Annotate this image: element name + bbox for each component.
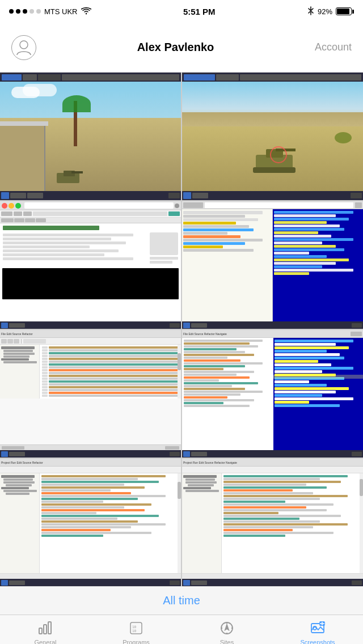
signal-dot-4 — [29, 9, 34, 14]
screenshots-grid: File Edit Source Refactor — [0, 73, 363, 586]
signal-dot-5 — [36, 9, 41, 14]
carrier-name: MTS UKR — [44, 7, 78, 16]
all-time-bar[interactable]: All time — [0, 586, 363, 615]
bluetooth-icon — [307, 6, 314, 17]
svg-point-0 — [20, 41, 28, 49]
signal-dot-1 — [9, 9, 14, 14]
tab-programs-label: Programs — [123, 639, 150, 644]
binary-icon: 10 10 — [128, 620, 145, 637]
svg-rect-3 — [48, 622, 51, 634]
screenshot-1[interactable] — [0, 73, 181, 200]
svg-text:10: 10 — [132, 629, 137, 633]
status-bar: MTS UKR 5:51 PM 92% — [0, 0, 363, 23]
tab-programs[interactable]: 10 10 Programs — [91, 620, 182, 644]
page-title: Alex Pavlenko — [137, 41, 214, 54]
signal-dot-3 — [23, 9, 27, 14]
tab-sites[interactable]: Sites — [182, 620, 272, 644]
screenshot-3[interactable] — [0, 201, 181, 329]
screenshot-7[interactable]: Project Run Edit Source Refactor — [0, 459, 181, 586]
screenshot-6[interactable]: File Edit Source Refactor Navigate — [182, 330, 363, 457]
screenshot-4[interactable] — [182, 201, 363, 329]
tab-general[interactable]: General — [0, 620, 91, 644]
account-button[interactable]: Account — [315, 41, 352, 53]
screenshot-2[interactable] — [182, 73, 363, 200]
screenshots-icon — [309, 620, 326, 637]
status-time: 5:51 PM — [183, 7, 216, 16]
screenshot-8[interactable]: Project Run Edit Source Refactor Navigat… — [182, 459, 363, 586]
bar-chart-icon — [37, 620, 54, 637]
tab-bar: General 10 10 Programs Sites — [0, 615, 363, 644]
tab-sites-label: Sites — [220, 639, 234, 644]
svg-rect-2 — [44, 625, 47, 634]
battery-percent: 92% — [318, 7, 332, 16]
signal-strength — [9, 9, 41, 14]
status-left: MTS UKR — [9, 7, 91, 16]
wifi-icon — [81, 7, 91, 16]
status-right: 92% — [307, 6, 354, 17]
signal-dot-2 — [16, 9, 20, 14]
screenshot-5[interactable]: File Edit Source Refactor — [0, 330, 181, 457]
svg-rect-1 — [39, 628, 42, 634]
tab-screenshots[interactable]: Screenshots — [272, 620, 363, 644]
tab-screenshots-label: Screenshots — [300, 639, 335, 644]
svg-text:10: 10 — [132, 625, 137, 629]
svg-marker-12 — [225, 625, 229, 630]
tab-general-label: General — [34, 639, 56, 644]
compass-icon — [218, 620, 235, 637]
nav-bar: Alex Pavlenko Account — [0, 23, 363, 73]
all-time-label: All time — [163, 594, 200, 607]
battery-icon — [336, 7, 354, 15]
user-avatar[interactable] — [11, 35, 36, 60]
